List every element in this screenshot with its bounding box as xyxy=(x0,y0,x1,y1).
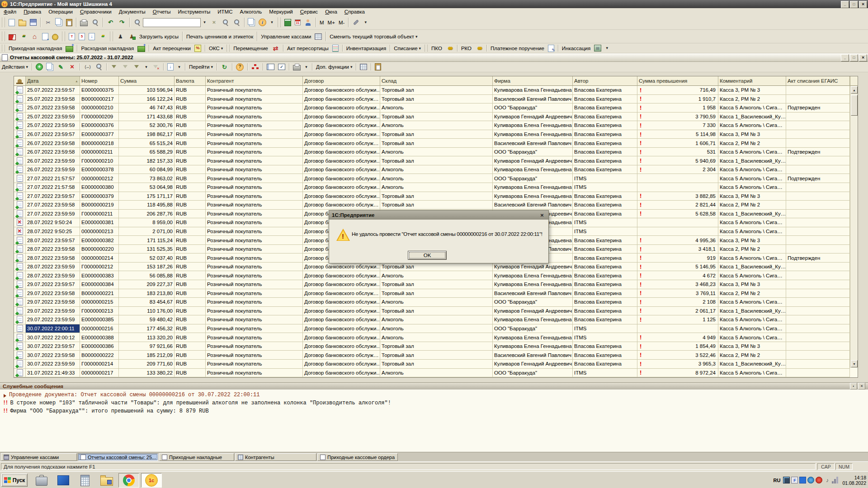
cell-date[interactable]: 27.07.2022 23:59:58 xyxy=(26,201,80,210)
cell-contract[interactable]: Договор банковского обслужи… xyxy=(303,113,380,122)
cell-warehouse[interactable]: Торговый зал xyxy=(380,360,493,369)
transfer-icon[interactable] xyxy=(270,44,281,53)
print-preview-icon[interactable] xyxy=(90,18,101,27)
memory-button[interactable]: M xyxy=(318,19,326,26)
cell-sum[interactable]: 65 515,24 xyxy=(119,139,175,148)
checklist-icon[interactable] xyxy=(276,63,287,71)
cell-author[interactable]: Власова Екатерина xyxy=(573,342,637,351)
find-by-number-icon[interactable] xyxy=(93,62,104,71)
cell-firm[interactable]: Куливарова Елена Геннадьевна … xyxy=(493,271,573,280)
cell-contract[interactable]: Договор банковского обслужи… xyxy=(303,298,380,307)
column-header[interactable]: Акт списания ЕГАИС xyxy=(786,76,850,86)
cell-state[interactable] xyxy=(14,298,26,307)
cell-excess[interactable] xyxy=(637,218,718,227)
cell-comment[interactable]: Касса 3, РМ № 3 xyxy=(718,130,786,139)
cell-comment[interactable]: Касса 5 Алкоголь \ Сига… xyxy=(718,298,786,307)
print-labels-button[interactable]: Печать ценников и этикеток xyxy=(184,33,255,40)
cell-firm[interactable]: Василевский Евгений Павлович … xyxy=(493,139,573,148)
cell-number[interactable]: E0000000375 xyxy=(80,86,119,95)
toolbar-grip[interactable] xyxy=(226,45,230,52)
toolbar-grip[interactable] xyxy=(2,32,5,41)
cell-firm[interactable]: ООО "Барракуда" xyxy=(493,103,573,113)
cell-egais[interactable] xyxy=(786,333,850,342)
cell-egais[interactable] xyxy=(786,245,850,254)
cell-number[interactable]: 00000000210 xyxy=(80,103,119,113)
load-rates-button[interactable]: Загрузить курсы xyxy=(137,33,180,40)
cell-date[interactable]: 25.07.2022 23:59:59 xyxy=(26,113,80,122)
cell-comment[interactable]: Касса 1_Василевский_Ку… xyxy=(718,156,786,165)
cell-sum[interactable]: 206 287,76 xyxy=(119,210,175,219)
cell-author[interactable]: ITMS xyxy=(573,227,637,236)
cell-comment[interactable]: Касса 5 Алкоголь \ Сига… xyxy=(718,183,786,192)
cell-sum[interactable]: 118 495,88 xyxy=(119,201,175,210)
cell-egais[interactable] xyxy=(786,298,850,307)
cell-comment[interactable]: Касса 1_Василевский_Ку… xyxy=(718,263,786,272)
cell-sum[interactable]: 131 525,35 xyxy=(119,245,175,254)
cell-warehouse[interactable]: Алкоголь xyxy=(380,324,493,333)
column-header[interactable]: Сумма xyxy=(119,76,175,86)
cell-number[interactable]: B0000000219 xyxy=(80,201,119,210)
toolbar-grip[interactable] xyxy=(62,32,65,41)
cell-date[interactable]: 25.07.2022 23:59:59 xyxy=(26,121,80,130)
cut-icon[interactable] xyxy=(42,18,54,27)
cell-firm[interactable]: ООО "Барракуда" xyxy=(493,174,573,183)
cell-state[interactable] xyxy=(14,280,26,289)
cell-state[interactable] xyxy=(14,271,26,280)
cell-egais[interactable] xyxy=(786,227,850,236)
cell-sum[interactable]: 133 380,22 xyxy=(119,369,175,378)
cell-warehouse[interactable]: Алкоголь xyxy=(380,369,493,378)
cell-currency[interactable]: RUB xyxy=(175,218,206,227)
cell-firm[interactable]: Куливаров Геннадий Андреевич … xyxy=(493,360,573,369)
cell-excess[interactable]: !3 882,85 xyxy=(637,192,718,201)
toolbar-grip[interactable] xyxy=(2,18,5,28)
person-remove-icon[interactable] xyxy=(115,32,126,41)
cell-firm[interactable]: ООО "Барракуда" xyxy=(493,148,573,157)
cell-sum[interactable]: 209 227,37 xyxy=(119,280,175,289)
cell-number[interactable]: 00000000216 xyxy=(80,324,119,333)
column-header[interactable]: Валюта xyxy=(175,76,206,86)
cell-state[interactable] xyxy=(14,148,26,157)
cell-egais[interactable] xyxy=(786,121,850,130)
new-document-icon[interactable] xyxy=(7,18,17,27)
cell-warehouse[interactable]: Торговый зал xyxy=(380,113,493,122)
add-icon[interactable] xyxy=(34,62,45,71)
remote-access-tray-icon[interactable] xyxy=(807,477,814,483)
journal-icon[interactable] xyxy=(7,32,18,41)
cell-egais[interactable]: Подтвержден xyxy=(786,103,850,113)
cell-state[interactable] xyxy=(14,236,26,245)
cell-state[interactable] xyxy=(14,183,26,192)
cell-state[interactable] xyxy=(14,130,26,139)
cell-firm[interactable]: Василевский Евгений Павлович … xyxy=(493,201,573,210)
cell-state[interactable] xyxy=(14,113,26,122)
message-line[interactable]: !!В строке номер "103" табличной части "… xyxy=(3,400,868,408)
cell-counterparty[interactable]: Розничный покупатель xyxy=(206,165,303,174)
window-tab[interactable]: Управление кассами xyxy=(1,453,77,461)
cell-warehouse[interactable]: Торговый зал xyxy=(380,192,493,201)
cell-excess[interactable]: !3 769,11 xyxy=(637,289,718,298)
cell-state[interactable] xyxy=(14,333,26,342)
cell-state[interactable] xyxy=(14,210,26,219)
cell-number[interactable]: B0000000218 xyxy=(80,139,119,148)
network-tray-icon[interactable] xyxy=(832,477,839,483)
menu-item[interactable]: Справочники xyxy=(76,8,115,15)
cell-currency[interactable]: RUB xyxy=(175,121,206,130)
cell-egais[interactable] xyxy=(786,342,850,351)
toolbar-grip[interactable] xyxy=(2,45,5,52)
output-dropdown-icon[interactable] xyxy=(175,62,183,71)
cell-warehouse[interactable]: Торговый зал xyxy=(380,263,493,272)
cell-contract[interactable]: Договор банковского обслуж… xyxy=(303,289,380,298)
cell-counterparty[interactable]: Розничный покупатель xyxy=(206,148,303,157)
cell-warehouse[interactable]: Алкоголь xyxy=(380,103,493,113)
cell-number[interactable]: Г0000000213 xyxy=(80,307,119,316)
cell-currency[interactable]: RUB xyxy=(175,324,206,333)
volume-tray-icon[interactable]: ♪ xyxy=(824,477,830,483)
open-icon[interactable] xyxy=(17,18,28,27)
cell-firm[interactable]: Куливаров Геннадий Андреевич … xyxy=(493,307,573,316)
cell-excess[interactable]: !1 606,71 xyxy=(637,139,718,148)
cell-state[interactable] xyxy=(14,245,26,254)
cell-number[interactable]: B0000000217 xyxy=(80,95,119,104)
cell-date[interactable]: 27.07.2022 23:59:59 xyxy=(26,210,80,219)
cell-egais[interactable]: Подтвержден xyxy=(786,148,850,157)
cell-sum[interactable]: 113 320,20 xyxy=(119,333,175,342)
search-dropdown-icon[interactable] xyxy=(201,18,208,27)
